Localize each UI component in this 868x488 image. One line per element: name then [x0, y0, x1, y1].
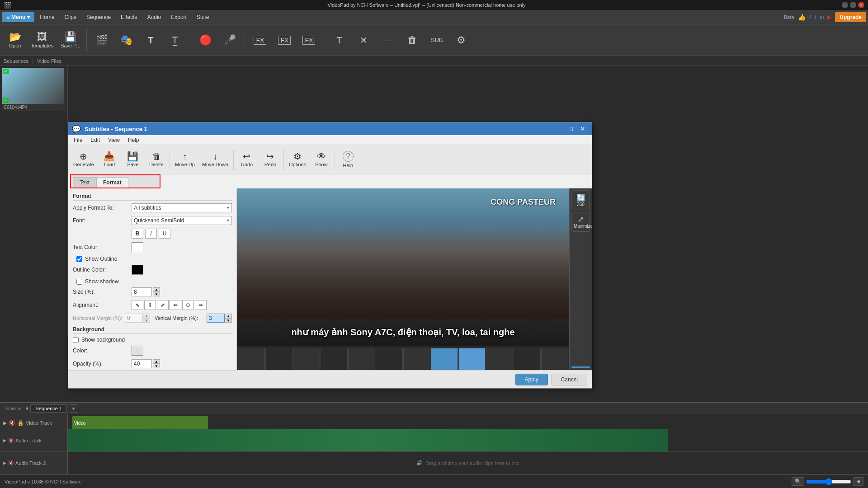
- move-up-button[interactable]: ↑ Move Up: [172, 150, 198, 169]
- size-up-button[interactable]: ▲: [153, 287, 160, 292]
- tab-text[interactable]: Text: [73, 177, 96, 188]
- dialog-menu-view[interactable]: View: [104, 136, 123, 144]
- subtitle-button[interactable]: SUB: [425, 35, 448, 45]
- close-button[interactable]: ✕: [858, 2, 864, 8]
- v-margin-down-button[interactable]: ▼: [225, 318, 232, 323]
- align-middle-right-button[interactable]: ➡: [195, 300, 207, 310]
- font-select[interactable]: Quicksand SemiBold: [132, 216, 232, 225]
- menu-effects[interactable]: Effects: [116, 12, 142, 22]
- size-down-button[interactable]: ▼: [153, 292, 160, 296]
- dialog-maximize-button[interactable]: □: [566, 125, 576, 132]
- maximize-preview-button[interactable]: ⤢ Maximize: [571, 212, 590, 232]
- trim-button[interactable]: ⏤: [377, 34, 399, 47]
- fx-button-3[interactable]: FX: [297, 34, 320, 47]
- video-files-label[interactable]: Video Files: [37, 58, 61, 64]
- show-shadow-checkbox[interactable]: [76, 279, 82, 285]
- outline-color-swatch[interactable]: [132, 265, 143, 275]
- menu-suite[interactable]: Suite: [192, 12, 213, 22]
- 360-button[interactable]: 🔄 360: [571, 190, 590, 210]
- add-sequence-button[interactable]: +: [69, 404, 78, 413]
- opacity-down-button[interactable]: ▼: [153, 364, 160, 368]
- audio-track-2-content[interactable]: 🔊 Drag and drop your audio clips here to…: [68, 452, 868, 474]
- apply-format-select[interactable]: All subtitles: [132, 203, 232, 212]
- align-center-button[interactable]: ⊙: [182, 300, 194, 310]
- show-outline-checkbox[interactable]: [76, 256, 82, 262]
- italic-button[interactable]: I: [145, 229, 157, 239]
- fit-button[interactable]: ⊞: [853, 477, 863, 486]
- menu-sequence[interactable]: Sequence: [82, 12, 115, 22]
- save-subtitles-button[interactable]: 💾 Save: [122, 150, 144, 169]
- v-margin-input[interactable]: [207, 314, 225, 323]
- align-top-center-button[interactable]: ⬆: [144, 300, 156, 310]
- text-color-swatch[interactable]: [132, 242, 143, 252]
- menu-export[interactable]: Export: [166, 12, 191, 22]
- import-media-button[interactable]: 🎬: [90, 33, 113, 47]
- opacity-input[interactable]: [132, 359, 152, 368]
- record-button[interactable]: 🔴: [194, 33, 217, 47]
- dialog-close-button[interactable]: ✕: [577, 125, 588, 132]
- thumbnail-item[interactable]: ✓ ✓ C0104.MP4: [2, 68, 66, 111]
- video-clip-1[interactable]: Video: [72, 416, 208, 430]
- size-input[interactable]: [132, 287, 152, 296]
- dialog-menu-file[interactable]: File: [70, 136, 86, 144]
- h-margin-down-button[interactable]: ▼: [143, 318, 150, 323]
- subtitle-text-button[interactable]: T: [328, 34, 350, 47]
- fx-button-1[interactable]: FX: [249, 34, 271, 47]
- h-margin-up-button[interactable]: ▲: [143, 314, 150, 318]
- align-top-right-button[interactable]: ⬈: [157, 300, 169, 310]
- text-button[interactable]: T: [139, 34, 162, 47]
- upgrade-button[interactable]: Upgrade: [835, 12, 866, 22]
- redo-button[interactable]: ↪ Redo: [259, 150, 282, 169]
- h-margin-input[interactable]: [125, 314, 143, 323]
- align-top-left-button[interactable]: ⬉: [132, 300, 143, 310]
- timeline-toggle[interactable]: ▾: [26, 405, 28, 412]
- settings-button[interactable]: ⚙: [450, 33, 472, 47]
- menu-audio[interactable]: Audio: [143, 12, 166, 22]
- templates-button[interactable]: 🖼 Templates: [28, 30, 56, 50]
- menu-home[interactable]: Home: [35, 12, 59, 22]
- undo-button[interactable]: ↩ Undo: [236, 150, 258, 169]
- show-background-label[interactable]: Show background: [81, 337, 125, 343]
- sequence-tab-1[interactable]: Sequence 1: [30, 404, 67, 413]
- align-middle-left-button[interactable]: ⬅: [170, 300, 181, 310]
- bg-color-swatch[interactable]: [132, 346, 143, 356]
- text-overlay-button[interactable]: T̲: [164, 34, 186, 47]
- audio-track-2-mute[interactable]: 🔇: [8, 460, 14, 465]
- zoom-timeline-button[interactable]: 🔍: [792, 477, 804, 486]
- show-outline-label[interactable]: Show Outline: [85, 256, 117, 262]
- track-lock-button[interactable]: 🔒: [17, 420, 24, 426]
- options-button[interactable]: ⚙ Options: [286, 150, 309, 169]
- audio-track-2-toggle[interactable]: ▶: [3, 460, 6, 465]
- menu-button[interactable]: ≡ Menu ▾: [2, 12, 34, 22]
- move-down-button[interactable]: ↓ Move Down: [199, 150, 231, 169]
- dialog-minimize-button[interactable]: ─: [555, 125, 565, 132]
- microphone-button[interactable]: 🎤: [218, 33, 241, 47]
- opacity-up-button[interactable]: ▲: [153, 359, 160, 364]
- show-background-checkbox[interactable]: [73, 337, 79, 343]
- load-button[interactable]: 📥 Load: [98, 150, 121, 169]
- fx-button-2[interactable]: FX: [273, 34, 296, 47]
- minimize-button[interactable]: ─: [842, 2, 848, 8]
- dialog-menu-help[interactable]: Help: [124, 136, 143, 144]
- generate-button[interactable]: ⊕ Generate: [70, 150, 97, 169]
- cancel-button[interactable]: Cancel: [552, 374, 587, 385]
- help-dialog-button[interactable]: ? Help: [337, 149, 359, 170]
- save-button[interactable]: 💾 Save P...: [58, 30, 83, 50]
- show-shadow-label[interactable]: Show shadow: [85, 278, 119, 285]
- track-mute-button[interactable]: 🔇: [9, 420, 15, 426]
- underline-button[interactable]: U: [159, 229, 170, 239]
- track-expand-button[interactable]: ▶: [3, 420, 7, 426]
- tab-format[interactable]: Format: [96, 177, 128, 188]
- apply-button[interactable]: Apply: [515, 374, 548, 385]
- dialog-menu-edit[interactable]: Edit: [87, 136, 104, 144]
- cross-button[interactable]: ✕: [352, 34, 375, 47]
- bold-button[interactable]: B: [132, 229, 143, 239]
- delete-toolbar-button[interactable]: 🗑: [401, 33, 424, 47]
- open-button[interactable]: 📂 Open: [4, 30, 26, 50]
- delete-subtitle-button[interactable]: 🗑 Delete: [145, 150, 168, 169]
- sequences-label[interactable]: Sequences: [4, 58, 28, 64]
- menu-clips[interactable]: Clips: [60, 12, 81, 22]
- transitions-button[interactable]: 🎭: [115, 33, 137, 47]
- show-button[interactable]: 👁 Show: [310, 150, 333, 169]
- v-margin-up-button[interactable]: ▲: [225, 314, 232, 318]
